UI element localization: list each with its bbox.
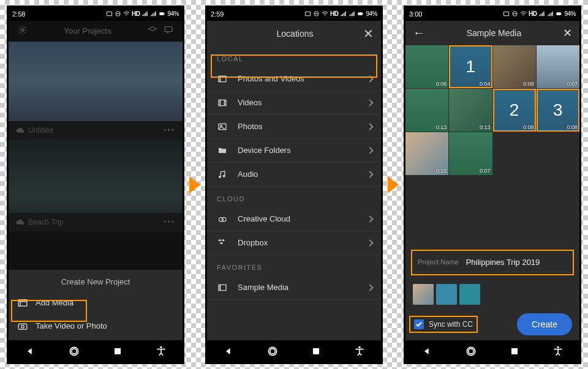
project-more-2[interactable]: ••• <box>164 218 175 226</box>
nav-back[interactable] <box>421 345 434 357</box>
music-icon <box>217 170 228 179</box>
nav-recent[interactable] <box>310 345 322 357</box>
sheet-title: Create New Project <box>9 270 183 291</box>
create-button[interactable]: Create <box>517 313 572 335</box>
back-icon[interactable]: ← <box>413 26 425 40</box>
media-thumb[interactable]: 0:06 <box>405 45 448 88</box>
close-icon[interactable]: ✕ <box>563 26 572 40</box>
project-name-1: Untitled <box>28 126 53 135</box>
svg-rect-14 <box>305 12 310 15</box>
nav-recent[interactable] <box>111 345 124 357</box>
signal2-icon <box>150 10 157 17</box>
project-more-1[interactable]: ••• <box>164 126 175 135</box>
nav-accessibility[interactable] <box>353 345 366 357</box>
status-time: 3:00 <box>409 10 422 18</box>
status-time: 2:59 <box>211 10 224 18</box>
media-thumb[interactable]: 0:07 <box>537 45 579 88</box>
row-label: Videos <box>238 98 358 107</box>
chevron-right-icon <box>366 284 373 291</box>
row-dropbox[interactable]: Dropbox <box>207 231 381 255</box>
highlight-photos-videos <box>211 54 377 78</box>
phone-projects: 2:58 HD 94% Your Projects <box>7 6 184 364</box>
mini-thumb <box>436 284 457 305</box>
row-label: Photos <box>238 122 358 131</box>
signal-icon <box>141 10 148 17</box>
status-bar: 3:00 HD 94% <box>405 7 579 21</box>
project-name-label: Project Name <box>418 258 459 266</box>
nav-accessibility[interactable] <box>155 345 167 357</box>
status-bar: 2:59 HD 94% <box>207 7 381 21</box>
project-name-field[interactable]: Project Name Philippines Trip 2019 <box>414 253 571 272</box>
nav-home[interactable] <box>266 345 279 357</box>
row-device-folders[interactable]: Device Folders <box>207 139 381 163</box>
nav-home[interactable] <box>68 345 80 357</box>
mini-thumb <box>413 284 434 305</box>
android-nav <box>207 340 381 362</box>
chevron-right-icon <box>366 239 373 246</box>
svg-rect-7 <box>18 299 27 306</box>
arrow-2 <box>388 176 399 193</box>
row-photos[interactable]: Photos <box>207 115 381 139</box>
filmstrip-icon <box>217 283 228 293</box>
svg-rect-32 <box>503 12 508 15</box>
nav-recent[interactable] <box>508 345 521 357</box>
media-thumb[interactable]: 20:08 <box>493 89 536 132</box>
media-thumb[interactable]: 0:07 <box>449 132 492 175</box>
status-right: HD 94% <box>304 10 377 17</box>
battery-icon <box>159 10 165 17</box>
take-video-row[interactable]: Take Video or Photo <box>9 315 183 338</box>
close-icon[interactable]: ✕ <box>363 26 374 41</box>
creative-cloud-icon <box>217 214 228 224</box>
media-thumb[interactable]: 0:13 <box>405 89 448 132</box>
graduation-icon[interactable] <box>147 25 158 37</box>
chevron-right-icon <box>366 147 373 154</box>
row-label: Sample Media <box>238 283 358 292</box>
nav-back[interactable] <box>223 345 235 357</box>
wifi-icon <box>123 10 130 17</box>
media-thumb[interactable]: 0:15 <box>405 132 448 175</box>
media-thumb[interactable]: 0:08 <box>493 45 536 88</box>
sync-icon <box>115 10 121 17</box>
picture-icon <box>106 10 113 17</box>
feedback-icon[interactable] <box>163 25 174 37</box>
svg-rect-35 <box>557 12 561 15</box>
row-sample-media[interactable]: Sample Media <box>207 276 381 300</box>
svg-rect-12 <box>115 348 121 354</box>
media-grid: 0:06 10:04 0:08 0:07 0:13 0:13 20:08 30:… <box>405 45 579 176</box>
add-media-row[interactable]: Add Media <box>9 291 183 315</box>
nav-home[interactable] <box>465 345 477 357</box>
svg-point-29 <box>270 348 274 353</box>
svg-point-9 <box>21 325 24 328</box>
highlight-sync: Sync with CC <box>409 316 478 333</box>
project-name-2: Beach Trip <box>28 218 63 226</box>
row-audio[interactable]: Audio <box>207 163 381 187</box>
chevron-right-icon <box>366 171 373 177</box>
image-icon <box>217 122 228 132</box>
take-video-label: Take Video or Photo <box>36 321 107 330</box>
create-sheet: Create New Project Add Media Take Video … <box>9 270 183 340</box>
android-nav <box>405 340 579 362</box>
page-title: Sample Media <box>467 28 522 38</box>
svg-point-40 <box>557 346 559 348</box>
svg-rect-36 <box>561 13 562 15</box>
svg-point-23 <box>219 176 221 177</box>
svg-rect-20 <box>219 100 226 105</box>
project-card-1[interactable]: Untitled ••• <box>9 42 183 140</box>
svg-rect-18 <box>363 13 363 15</box>
row-creative-cloud[interactable]: Creative Cloud <box>207 207 381 231</box>
nav-back[interactable] <box>24 345 37 357</box>
media-thumb[interactable]: 10:04 <box>449 45 492 88</box>
sync-checkbox[interactable] <box>414 319 424 329</box>
status-right: HD 94% <box>106 10 179 17</box>
project-card-2[interactable]: Beach Trip ••• <box>9 140 183 231</box>
media-thumb[interactable]: 0:13 <box>449 89 492 132</box>
nav-accessibility[interactable] <box>552 345 564 357</box>
sync-row[interactable]: Sync with CC <box>414 319 473 329</box>
chevron-right-icon <box>366 215 373 222</box>
media-thumb[interactable]: 30:08 <box>537 89 579 132</box>
page-title: Locations <box>277 29 314 39</box>
cloud-icon <box>16 126 24 135</box>
svg-rect-39 <box>511 348 518 354</box>
settings-icon[interactable] <box>17 25 28 37</box>
row-videos[interactable]: Videos <box>207 91 381 115</box>
